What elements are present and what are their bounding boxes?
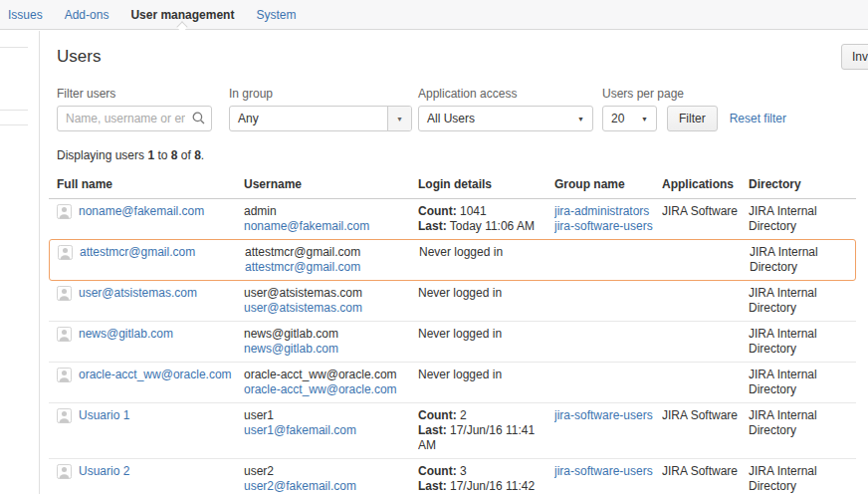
application-access-label: Application access (418, 87, 602, 101)
in-group-select[interactable]: Any ▼ (229, 106, 412, 131)
in-group-value: Any (230, 107, 387, 130)
applications-text (662, 368, 749, 397)
applications-text: JIRA Software (662, 464, 749, 494)
invite-users-button[interactable]: Invite users (841, 44, 868, 70)
table-row: noname@fakemail.com admin noname@fakemai… (49, 199, 856, 239)
filter-users-input[interactable] (57, 106, 212, 131)
sidebar-separator (0, 110, 28, 111)
login-details-cell: Never logged in (418, 368, 554, 397)
search-icon (192, 112, 205, 127)
nav-item-system[interactable]: System (256, 8, 296, 22)
user-fullname-link[interactable]: user@atsistemas.com (79, 286, 197, 301)
table-row: Usuario 2 user2 user2@fakemail.com Count… (49, 458, 856, 494)
group-name-cell: jira-software-users (554, 408, 662, 453)
nav-item-issues[interactable]: Issues (8, 8, 43, 22)
sidebar-separator (0, 124, 28, 125)
user-avatar-icon (57, 327, 72, 346)
username-text: admin (244, 204, 412, 219)
group-name-cell (555, 245, 663, 275)
login-detail-line: Last: Today 11:06 AM (418, 219, 548, 234)
user-fullname-link[interactable]: noname@fakemail.com (79, 204, 204, 219)
user-email-link[interactable]: user@atsistemas.com (244, 301, 412, 316)
user-email-link[interactable]: noname@fakemail.com (244, 219, 412, 234)
column-header: Username (244, 177, 418, 192)
user-fullname-link[interactable]: attestmcr@gmail.com (80, 245, 195, 260)
user-email-link[interactable]: user1@fakemail.com (244, 423, 412, 438)
column-header: Full name (57, 177, 244, 192)
login-detail-line: Last: 17/Jun/16 11:41 AM (418, 423, 548, 453)
user-fullname-link[interactable]: news@gitlab.com (79, 327, 173, 342)
application-access-select[interactable]: All Users ▼ (418, 106, 593, 131)
user-avatar-icon (57, 204, 72, 223)
login-detail-line: Last: 17/Jun/16 11:42 AM (418, 479, 548, 494)
directory-text: JIRA Internal Directory (749, 368, 852, 397)
directory-text: JIRA Internal Directory (749, 327, 852, 357)
column-header: Applications (662, 177, 749, 192)
chevron-down-icon: ▼ (641, 116, 648, 123)
login-details-cell: Never logged in (419, 245, 555, 275)
nav-item-addons[interactable]: Add-ons (65, 8, 109, 22)
table-row: Usuario 1 user1 user1@fakemail.com Count… (49, 402, 856, 458)
user-avatar-icon (57, 368, 72, 386)
table-header-row: Full nameUsernameLogin detailsGroup name… (49, 173, 856, 199)
login-detail-line: Count: 1041 (418, 204, 548, 219)
never-logged-in-text: Never logged in (418, 286, 502, 300)
filter-button[interactable]: Filter (667, 106, 718, 131)
table-row: oracle-acct_ww@oracle.com oracle-acct_ww… (49, 362, 856, 402)
applications-text (662, 286, 749, 316)
user-fullname-link[interactable]: Usuario 1 (79, 408, 129, 423)
group-name-cell (554, 368, 662, 397)
group-link[interactable]: jira-software-users (554, 464, 656, 479)
directory-text: JIRA Internal Directory (750, 245, 851, 275)
user-avatar-icon (57, 286, 72, 305)
login-details-cell: Never logged in (418, 286, 554, 316)
applications-text (662, 327, 749, 357)
in-group-label: In group (229, 87, 418, 101)
user-fullname-link[interactable]: Usuario 2 (79, 464, 129, 479)
group-link[interactable]: jira-software-users (554, 219, 656, 234)
group-name-cell: jira-software-users (554, 464, 662, 494)
group-name-cell (554, 327, 662, 357)
nav-item-user-management[interactable]: User management (130, 8, 234, 22)
directory-text: JIRA Internal Directory (749, 286, 852, 316)
user-fullname-link[interactable]: oracle-acct_ww@oracle.com (79, 368, 232, 382)
main-content: Users Invite users Filter users In group… (41, 31, 868, 494)
table-row: user@atsistemas.com user@atsistemas.com … (49, 281, 856, 321)
sidebar-separator (0, 47, 28, 48)
applications-text: JIRA Software (662, 204, 749, 234)
never-logged-in-text: Never logged in (418, 368, 502, 381)
login-details-cell: Count: 3Last: 17/Jun/16 11:42 AM (418, 464, 554, 494)
user-avatar-icon (57, 464, 72, 483)
user-email-link[interactable]: user2@fakemail.com (244, 479, 412, 494)
table-row: attestmcr@gmail.com attestmcr@gmail.com … (49, 239, 856, 281)
user-avatar-icon (58, 245, 73, 264)
login-details-cell: Never logged in (418, 327, 554, 357)
applications-text (663, 245, 750, 275)
username-text: user1 (244, 408, 412, 423)
login-details-cell: Count: 1041Last: Today 11:06 AM (418, 204, 554, 234)
group-link[interactable]: jira-software-users (554, 408, 656, 423)
group-link[interactable]: jira-administrators (554, 204, 656, 219)
reset-filter-link[interactable]: Reset filter (730, 112, 786, 125)
user-avatar-icon (57, 408, 72, 427)
table-row: news@gitlab.com news@gitlab.com news@git… (49, 321, 856, 362)
group-name-cell: jira-administratorsjira-software-users (554, 204, 662, 234)
login-details-cell: Count: 2Last: 17/Jun/16 11:41 AM (418, 408, 554, 453)
user-email-link[interactable]: news@gitlab.com (244, 342, 412, 357)
users-per-page-label: Users per page (602, 87, 856, 101)
login-detail-line: Count: 2 (418, 408, 548, 423)
column-header: Directory (749, 177, 852, 192)
never-logged-in-text: Never logged in (418, 327, 502, 341)
applications-text: JIRA Software (662, 408, 749, 453)
user-email-link[interactable]: attestmcr@gmail.com (245, 260, 413, 275)
user-email-link[interactable]: oracle-acct_ww@oracle.com (244, 382, 412, 397)
chevron-down-icon[interactable]: ▼ (387, 107, 411, 130)
username-text: user2 (244, 464, 412, 479)
users-per-page-select[interactable]: 20 ▼ (602, 106, 657, 131)
page-title: Users (57, 47, 856, 67)
username-text: attestmcr@gmail.com (245, 245, 413, 260)
filter-users-label: Filter users (57, 87, 229, 101)
users-table: Full nameUsernameLogin detailsGroup name… (49, 173, 856, 494)
admin-sidebar (0, 31, 40, 494)
username-text: oracle-acct_ww@oracle.com (244, 368, 412, 382)
